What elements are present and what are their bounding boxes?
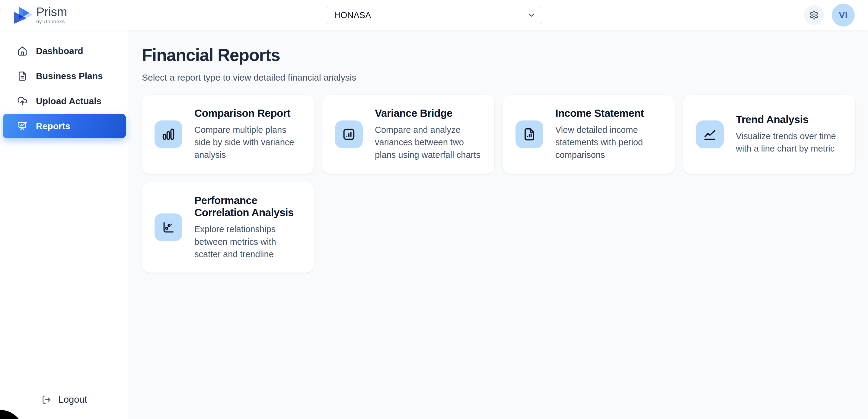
card-icon-tile [155,120,182,148]
card-description: Compare multiple plans side by side with… [194,124,301,161]
report-cards-grid: Comparison Report Compare multiple plans… [142,95,855,273]
cloud-upload-icon [17,96,28,106]
card-title: Trend Analysis [736,114,843,126]
card-icon-tile [696,120,724,148]
card-description: Visualize trends over time with a line c… [736,130,843,155]
sidebar-item-label: Business Plans [36,71,103,81]
settings-button[interactable] [804,5,824,25]
card-description: View detailed income statements with per… [555,124,662,161]
card-text: Income Statement View detailed income st… [555,107,662,161]
bar-chart-icon [161,127,175,141]
logout-button[interactable]: Logout [42,394,87,405]
column-chart-square-icon [342,127,356,141]
document-icon [17,71,28,81]
card-comparison-report[interactable]: Comparison Report Compare multiple plans… [142,95,314,174]
card-title: Variance Bridge [375,107,482,120]
sidebar-item-reports[interactable]: Reports [3,114,126,138]
brand-text: Prism by Upbooks [36,6,67,24]
top-bar-actions: VI [804,4,855,27]
presentation-chart-icon [17,121,28,131]
company-selector[interactable]: HONASA [326,6,542,24]
card-trend-analysis[interactable]: Trend Analysis Visualize trends over tim… [683,95,855,174]
prism-logo-icon [13,6,33,24]
sidebar-footer: Logout [0,380,129,419]
gear-icon [809,10,819,20]
company-selector-wrap: HONASA [326,6,542,24]
logout-icon [42,395,51,405]
brand-name: Prism [36,6,67,18]
card-description: Explore relationships between metrics wi… [194,223,301,261]
sidebar-nav: Dashboard Business Plans Upload Actuals [0,30,129,380]
card-icon-tile [155,213,182,241]
page-title: Financial Reports [142,45,855,65]
card-text: Variance Bridge Compare and analyze vari… [375,107,482,161]
card-icon-tile [335,120,363,148]
card-icon-tile [516,120,543,148]
card-text: Performance Correlation Analysis Explore… [194,194,301,261]
sidebar-item-label: Upload Actuals [36,96,101,106]
card-title: Income Statement [555,107,662,120]
card-text: Comparison Report Compare multiple plans… [194,107,301,161]
brand-tagline: by Upbooks [36,19,67,24]
sidebar-item-business-plans[interactable]: Business Plans [3,64,126,88]
card-income-statement[interactable]: Income Statement View detailed income st… [503,95,675,174]
trend-line-icon [703,127,717,141]
avatar[interactable]: VI [832,4,855,27]
card-title: Performance Correlation Analysis [194,194,301,219]
sidebar-item-label: Dashboard [36,46,83,56]
home-icon [17,46,28,56]
card-performance-correlation[interactable]: Performance Correlation Analysis Explore… [142,182,314,273]
file-chart-icon [522,127,536,141]
card-variance-bridge[interactable]: Variance Bridge Compare and analyze vari… [322,95,494,174]
top-bar: Prism by Upbooks HONASA VI [0,0,868,30]
brand-logo: Prism by Upbooks [13,6,67,24]
logout-label: Logout [59,394,87,405]
sidebar-item-dashboard[interactable]: Dashboard [3,39,126,63]
sidebar-item-label: Reports [36,121,70,131]
sidebar-item-upload-actuals[interactable]: Upload Actuals [3,89,126,113]
card-title: Comparison Report [194,107,301,120]
sidebar: Dashboard Business Plans Upload Actuals [0,30,129,419]
card-description: Compare and analyze variances between tw… [375,124,482,161]
page-subtitle: Select a report type to view detailed fi… [142,72,855,83]
main-content: Financial Reports Select a report type t… [129,30,868,419]
app-window: Prism by Upbooks HONASA VI [0,0,868,419]
card-text: Trend Analysis Visualize trends over tim… [736,114,843,155]
scatter-plot-icon [161,220,175,234]
